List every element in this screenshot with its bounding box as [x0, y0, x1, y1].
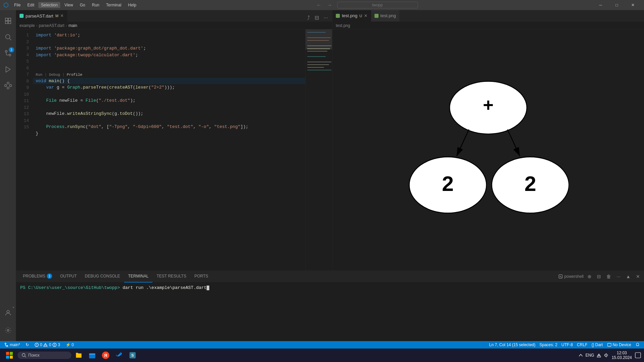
svg-rect-20 [307, 45, 331, 46]
taskbar-ya[interactable]: Я [100, 349, 112, 361]
panel-tab-terminal[interactable]: TERMINAL [124, 271, 153, 283]
status-errors[interactable]: 0 0 3 [33, 341, 62, 349]
svg-rect-27 [307, 70, 331, 70]
status-notifications[interactable] [634, 341, 641, 349]
status-branch[interactable]: main* [3, 341, 22, 349]
activity-explorer[interactable] [0, 13, 16, 29]
right-pane: test.png U × test.png test.png [332, 10, 644, 270]
share-button[interactable]: ⤴ [306, 14, 311, 22]
panel-tab-ports[interactable]: PORTS [190, 271, 212, 283]
code-line-5 [33, 58, 305, 65]
menu-file[interactable]: File [11, 2, 23, 8]
right-tab-close[interactable]: × [364, 13, 367, 19]
code-line-13 [33, 117, 305, 124]
right-tab-active[interactable]: test.png U × [332, 10, 371, 22]
split-button[interactable]: ⊟ [313, 14, 320, 22]
code-editor[interactable]: 123456 789101112 131415 import 'dart:io'… [16, 29, 332, 270]
terminal-command: dart run .\example\parseAST.dart [122, 285, 207, 290]
right-breadcrumb: test.png [332, 22, 644, 29]
chevron-up-icon[interactable] [578, 353, 583, 358]
menu-selection[interactable]: Selection [38, 2, 60, 8]
panel-content[interactable]: PS C:\Users\user_\source\GitHub\twopp> d… [16, 283, 644, 341]
tab-close[interactable]: × [61, 13, 64, 19]
status-language[interactable]: {} Dart [590, 341, 604, 349]
code-line-2 [33, 39, 305, 45]
svg-rect-49 [10, 352, 13, 355]
tab-parse-ast[interactable]: parseAST.dart M × [16, 10, 67, 22]
status-ports[interactable]: ⚡ 0 [64, 341, 75, 349]
code-content[interactable]: import 'dart:io'; import 'package:graph_… [33, 29, 305, 270]
code-line-6 [33, 65, 305, 72]
taskbar-explorer[interactable] [86, 349, 98, 361]
menu-help[interactable]: Help [126, 2, 139, 8]
more-button[interactable]: ··· [322, 14, 329, 22]
status-sync[interactable]: ↻ [24, 341, 30, 349]
nav-forward[interactable]: → [325, 0, 334, 10]
activity-extensions[interactable] [0, 77, 16, 94]
account-badge [12, 306, 15, 309]
close-panel-button[interactable]: ✕ [635, 273, 641, 280]
activity-source-control[interactable]: 3 [0, 45, 16, 61]
svg-line-5 [9, 38, 11, 40]
titlebar-center: ← → [314, 0, 418, 10]
problems-badge: 3 [47, 273, 52, 279]
tab-toolbar: ⤴ ⊟ ··· [306, 12, 332, 22]
status-bar: main* ↻ 0 0 3 ⚡ 0 Ln 7, Col 14 (15 selec… [0, 341, 644, 349]
menu-run[interactable]: Run [89, 2, 102, 8]
editor-split: parseAST.dart M × ⤴ ⊟ ··· example › pars… [16, 10, 644, 270]
status-position[interactable]: Ln 7, Col 14 (15 selected) [488, 341, 537, 349]
close-button[interactable]: ✕ [625, 0, 641, 10]
taskbar-search-box[interactable]: Поиск [17, 352, 71, 359]
terminal-shell-label: powershell [558, 274, 583, 279]
status-right: Ln 7, Col 14 (15 selected) Spaces: 2 UTF… [488, 341, 641, 349]
menu-terminal[interactable]: Terminal [103, 2, 124, 8]
panel-tab-debug-console[interactable]: DEBUG CONSOLE [81, 271, 124, 283]
show-desktop-icon[interactable] [635, 352, 641, 359]
main-container: 3 parseAST.dart [0, 10, 644, 341]
breadcrumb-main[interactable]: main [68, 23, 77, 28]
debug-link[interactable]: Debug [49, 73, 60, 77]
nav-back[interactable]: ← [314, 0, 324, 10]
taskbar-clock[interactable]: 12:03 15.03.2024 [612, 351, 632, 360]
status-device[interactable]: No Device [606, 341, 633, 349]
minimize-button[interactable]: ─ [593, 0, 608, 10]
breadcrumb-example[interactable]: example [20, 23, 35, 28]
activity-settings[interactable] [0, 322, 16, 338]
activity-run[interactable] [0, 61, 16, 77]
svg-point-14 [7, 310, 9, 313]
menu-view[interactable]: View [62, 2, 76, 8]
svg-rect-11 [7, 82, 9, 84]
search-input[interactable] [337, 2, 418, 8]
status-encoding[interactable]: UTF-8 [560, 341, 574, 349]
svg-rect-24 [307, 62, 331, 62]
menu-edit[interactable]: Edit [25, 2, 37, 8]
run-link[interactable]: Run [36, 73, 42, 77]
taskbar-files[interactable] [73, 349, 85, 361]
panel-tab-output[interactable]: OUTPUT [56, 271, 81, 283]
taskbar-start-button[interactable] [3, 349, 16, 361]
left-breadcrumb: example › parseAST.dart › main [16, 22, 332, 29]
breadcrumb-file[interactable]: parseAST.dart [39, 23, 64, 28]
svg-rect-21 [307, 48, 330, 49]
code-line-15: } [33, 130, 305, 137]
right-tab-inactive[interactable]: test.png [371, 10, 399, 22]
source-control-badge: 3 [9, 47, 14, 53]
menu-go[interactable]: Go [77, 2, 88, 8]
taskbar-extra[interactable]: S [127, 349, 139, 361]
split-terminal-button[interactable]: ⊟ [596, 273, 602, 280]
activity-account[interactable] [0, 305, 16, 321]
panel-tab-problems[interactable]: PROBLEMS 3 [19, 271, 56, 283]
maximize-button[interactable]: □ [609, 0, 624, 10]
profile-link[interactable]: Profile [67, 73, 82, 77]
tab-modified: M [55, 14, 58, 18]
add-terminal-button[interactable]: ⊕ [586, 273, 593, 280]
activity-search[interactable] [0, 29, 16, 45]
status-line-ending[interactable]: CRLF [576, 341, 589, 349]
panel-tab-test-results[interactable]: TEST RESULTS [152, 271, 190, 283]
trash-terminal-button[interactable]: 🗑 [605, 273, 612, 280]
taskbar-vscode[interactable] [113, 349, 125, 361]
maximize-panel-button[interactable]: ▲ [624, 273, 632, 280]
svg-rect-2 [5, 21, 7, 24]
more-panel-button[interactable]: ··· [615, 273, 622, 280]
status-spaces[interactable]: Spaces: 2 [538, 341, 559, 349]
